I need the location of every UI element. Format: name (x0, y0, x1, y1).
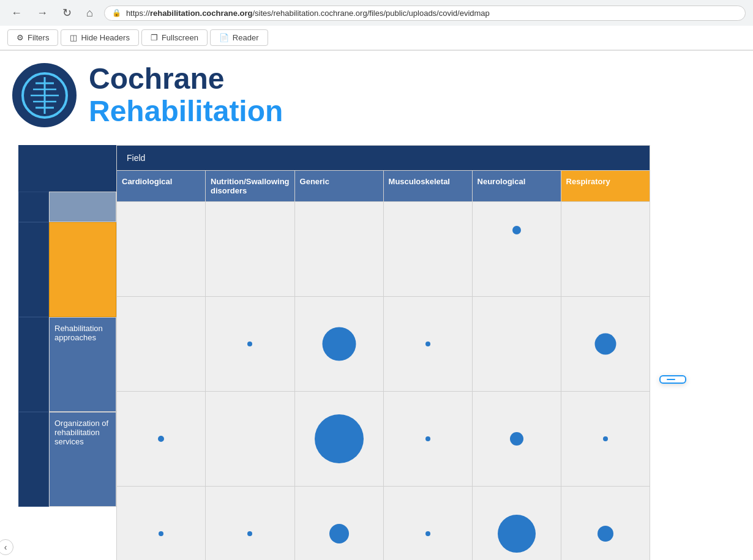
logo-rehabilitation: Rehabilitation (89, 95, 283, 128)
col-header-respiratory: Respiratory (561, 170, 650, 201)
cell-impact-generic[interactable] (294, 486, 383, 560)
cell-org-generic[interactable] (294, 391, 383, 486)
cell-impact-cardiological[interactable] (117, 486, 206, 560)
home-button[interactable]: ⌂ (83, 6, 97, 21)
reader-icon: 📄 (219, 33, 229, 42)
reader-button[interactable]: 📄 Reader (210, 29, 268, 46)
cell-org-respiratory[interactable] (561, 391, 650, 486)
cell-org-nutrition[interactable] (206, 391, 295, 486)
cell-spacer-musculoskeletal[interactable] (383, 201, 472, 296)
gear-icon: ⚙ (17, 33, 24, 42)
table-row-impact (117, 486, 650, 560)
sidebar-row-org: Rehabilitation approaches (18, 317, 116, 412)
cell-spacer-generic[interactable] (294, 201, 383, 296)
cell-impact-neurological[interactable] (472, 486, 561, 560)
cell-rehab-respiratory[interactable] (561, 296, 650, 391)
cell-spacer-cardiological[interactable] (117, 201, 206, 296)
cell-spacer-neurological[interactable] (472, 201, 561, 296)
address-url: https://rehabilitation.cochrane.org/site… (126, 9, 490, 18)
row-label-impact-diseases: Organization of rehabilitation services (49, 412, 116, 507)
expand-icon: ❐ (151, 33, 158, 42)
studies-badge (659, 375, 686, 384)
sidebar-row-spacer (18, 192, 116, 222)
cell-rehab-nutrition[interactable] (206, 296, 295, 391)
cell-org-cardiological[interactable] (117, 391, 206, 486)
cell-rehab-generic[interactable] (294, 296, 383, 391)
matrix-table: Field Cardiological Nutrition/Swallowing… (116, 145, 650, 560)
address-bar[interactable]: 🔒 https://rehabilitation.cochrane.org/si… (104, 6, 746, 21)
browser-nav: ← → ↻ ⌂ 🔒 https://rehabilitation.cochran… (0, 0, 753, 26)
cell-impact-respiratory[interactable] (561, 486, 650, 560)
browser-chrome: ← → ↻ ⌂ 🔒 https://rehabilitation.cochran… (0, 0, 753, 51)
col-header-generic: Generic (294, 170, 383, 201)
filters-button[interactable]: ⚙ Filters (7, 29, 58, 46)
lock-icon: 🔒 (112, 9, 121, 17)
back-button[interactable]: ← (7, 6, 26, 21)
col-header-nutrition: Nutrition/Swallowing disorders (206, 170, 295, 201)
hide-headers-button[interactable]: ◫ Hide Headers (61, 29, 139, 46)
reload-button[interactable]: ↻ (59, 5, 75, 21)
header-spacer (18, 145, 116, 192)
sidebar-left: Rehabilitation approaches Organization o… (18, 145, 116, 560)
col-header-neurological: Neurological (472, 170, 561, 201)
page-content: Cochrane Rehabilitation (0, 51, 753, 560)
row-label-rehab-approaches (49, 222, 116, 317)
logo-text: Cochrane Rehabilitation (89, 63, 283, 128)
matrix-container: Rehabilitation approaches Organization o… (18, 145, 741, 560)
logo-cochrane: Cochrane (89, 63, 283, 95)
cell-org-neurological[interactable] (472, 391, 561, 486)
col-header-musculoskeletal: Musculoskeletal (383, 170, 472, 201)
cochrane-logo (12, 63, 77, 127)
badge-count (667, 379, 675, 380)
fullscreen-button[interactable]: ❐ Fullscreen (141, 29, 208, 46)
sidebar-row-impact: Organization of rehabilitation services (18, 412, 116, 507)
forward-button[interactable]: → (33, 6, 51, 21)
cell-spacer-nutrition[interactable] (206, 201, 295, 296)
sidebar-row-rehab (18, 222, 116, 317)
cell-rehab-neurological[interactable] (472, 296, 561, 391)
cell-org-musculoskeletal[interactable] (383, 391, 472, 486)
layout-icon: ◫ (70, 33, 77, 42)
col-header-cardiological: Cardiological (117, 170, 206, 201)
cell-impact-musculoskeletal[interactable] (383, 486, 472, 560)
scroll-left-button[interactable]: ‹ (0, 539, 13, 555)
logo-area: Cochrane Rehabilitation (12, 63, 741, 128)
row-label-org-rehab: Rehabilitation approaches (49, 317, 116, 412)
cell-spacer-respiratory[interactable] (561, 201, 650, 296)
cell-impact-nutrition[interactable] (206, 486, 295, 560)
table-row-spacer (117, 201, 650, 296)
toolbar: ⚙ Filters ◫ Hide Headers ❐ Fullscreen 📄 … (0, 26, 753, 50)
cell-rehab-cardiological[interactable] (117, 296, 206, 391)
table-row-org (117, 391, 650, 486)
table-row-rehab (117, 296, 650, 391)
cell-rehab-musculoskeletal[interactable] (383, 296, 472, 391)
field-header: Field (117, 145, 650, 170)
